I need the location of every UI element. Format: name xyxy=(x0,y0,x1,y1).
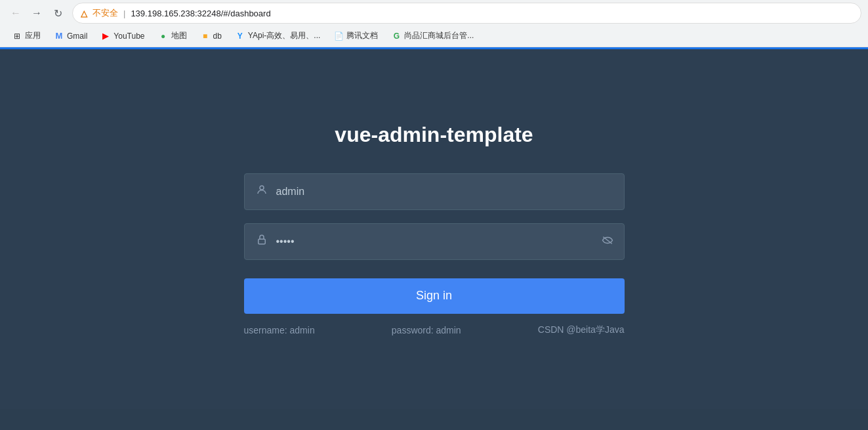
bookmarks-bar: ⊞ 应用 M Gmail ▶ YouTube ● 地图 ■ db Y YApi-… xyxy=(0,26,868,47)
apps-icon: ⊞ xyxy=(12,31,22,41)
shangpin-icon: G xyxy=(391,31,402,41)
hint-password: password: admin xyxy=(392,325,461,335)
page-content: vue-admin-template xyxy=(0,49,868,409)
eye-icon[interactable] xyxy=(602,236,613,247)
db-icon: ■ xyxy=(200,31,211,41)
back-button[interactable]: ← xyxy=(7,4,25,22)
login-container: vue-admin-template xyxy=(244,123,625,336)
bookmark-gmail-label: Gmail xyxy=(67,32,87,41)
forward-button[interactable]: → xyxy=(28,4,46,22)
bookmark-db-label: db xyxy=(213,32,222,41)
bookmark-apps-label: 应用 xyxy=(25,30,41,41)
bookmark-gmail[interactable]: M Gmail xyxy=(49,30,93,43)
lock-icon xyxy=(255,234,268,249)
bookmark-yapi-label: YApi-高效、易用、... xyxy=(248,30,320,41)
refresh-button[interactable]: ↻ xyxy=(49,4,67,22)
nav-buttons: ← → ↻ xyxy=(7,4,67,22)
bookmark-youtube-label: YouTube xyxy=(114,32,144,41)
password-field[interactable] xyxy=(276,236,602,247)
svg-point-0 xyxy=(260,186,264,190)
svg-rect-1 xyxy=(258,239,265,244)
app-title: vue-admin-template xyxy=(335,123,533,147)
youtube-icon: ▶ xyxy=(100,31,111,41)
tencent-icon: 📄 xyxy=(333,31,344,41)
hint-username: username: admin xyxy=(244,325,315,335)
username-input-group xyxy=(244,173,625,210)
warning-icon: △ xyxy=(81,9,87,18)
bookmark-shangpin[interactable]: G 尚品汇商城后台管... xyxy=(386,29,479,43)
bookmark-yapi[interactable]: Y YApi-高效、易用、... xyxy=(230,29,325,43)
sign-in-button[interactable]: Sign in xyxy=(244,278,625,314)
user-icon xyxy=(255,184,268,199)
hints-row: username: admin password: admin CSDN @be… xyxy=(244,324,625,336)
url-text: 139.198.165.238:32248/#/dashboard xyxy=(131,9,853,18)
bookmark-tencent[interactable]: 📄 腾讯文档 xyxy=(328,29,383,43)
password-input-group xyxy=(244,223,625,260)
bookmark-shangpin-label: 尚品汇商城后台管... xyxy=(404,30,474,41)
bookmark-maps[interactable]: ● 地图 xyxy=(153,29,192,43)
separator: | xyxy=(123,9,125,18)
address-bar[interactable]: △ 不安全 | 139.198.165.238:32248/#/dashboar… xyxy=(72,3,861,24)
browser-toolbar: ← → ↻ △ 不安全 | 139.198.165.238:32248/#/da… xyxy=(0,0,868,26)
bookmark-apps[interactable]: ⊞ 应用 xyxy=(7,29,46,43)
bookmark-tencent-label: 腾讯文档 xyxy=(346,30,378,41)
maps-icon: ● xyxy=(158,31,169,41)
warning-text: 不安全 xyxy=(93,7,118,19)
yapi-icon: Y xyxy=(235,31,245,41)
bookmark-youtube[interactable]: ▶ YouTube xyxy=(95,30,150,43)
browser-chrome: ← → ↻ △ 不安全 | 139.198.165.238:32248/#/da… xyxy=(0,0,868,49)
username-field[interactable] xyxy=(276,186,613,198)
gmail-icon: M xyxy=(54,31,64,41)
bookmark-db[interactable]: ■ db xyxy=(195,30,227,43)
bookmark-maps-label: 地图 xyxy=(171,30,187,41)
csdn-watermark: CSDN @beita学Java xyxy=(538,324,625,336)
